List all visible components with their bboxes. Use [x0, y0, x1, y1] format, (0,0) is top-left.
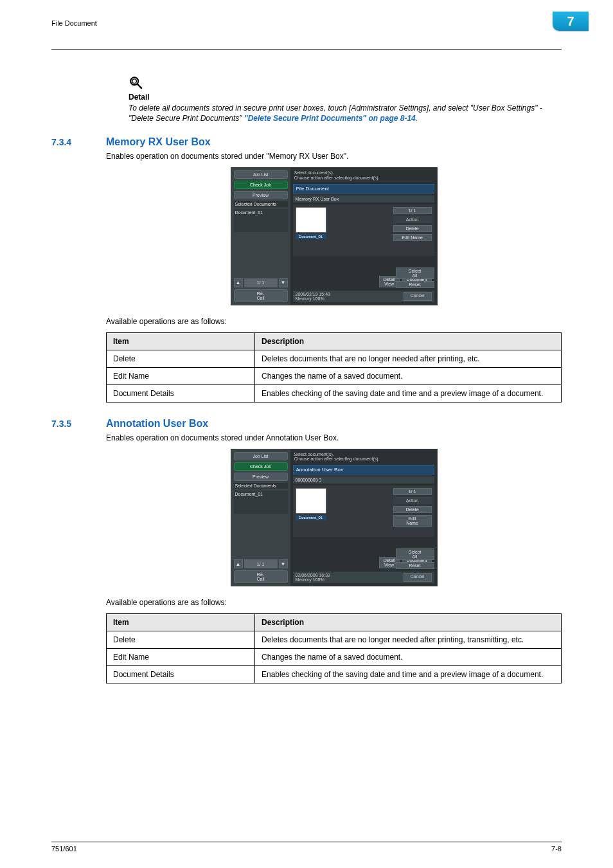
table-header-item: Item: [107, 614, 255, 631]
thumbnail-image: [296, 207, 326, 233]
operations-table: Item Description Delete Deletes document…: [106, 332, 562, 402]
table-header-item: Item: [107, 332, 255, 350]
section-intro: Enables operation on documents stored un…: [106, 433, 562, 442]
pager-page: 1/ 1: [244, 278, 278, 287]
available-ops-text: Available operations are as follows:: [106, 317, 562, 326]
job-list-button[interactable]: Job List: [234, 452, 288, 460]
cell-item: Edit Name: [107, 367, 255, 384]
svg-point-1: [132, 79, 136, 83]
pager-down-icon[interactable]: ▼: [279, 278, 288, 287]
edit-name-button[interactable]: Edit Name: [393, 515, 432, 527]
preview-button[interactable]: Preview: [234, 191, 288, 199]
reset-button[interactable]: Reset: [396, 562, 434, 569]
cancel-button[interactable]: Cancel: [404, 292, 432, 301]
check-job-button[interactable]: Check Job: [234, 181, 288, 189]
table-row: Edit Name Changes the name of a saved do…: [107, 367, 562, 384]
section-title: Memory RX User Box: [106, 136, 211, 148]
cell-description: Deletes documents that are no longer nee…: [255, 350, 562, 367]
svg-line-2: [138, 84, 141, 88]
screenshot-annotation: Job List Check Job Preview Selected Docu…: [231, 449, 438, 586]
cell-item: Document Details: [107, 384, 255, 402]
title-bar: File Document: [293, 184, 434, 194]
check-job-button[interactable]: Check Job: [234, 462, 288, 471]
instruction-text: Select document(s). Choose action after …: [293, 452, 434, 463]
detail-text-suffix: .: [416, 114, 418, 123]
edit-name-button[interactable]: Edit Name: [393, 234, 432, 241]
table-header-description: Description: [255, 614, 562, 631]
footer-rule: [51, 842, 562, 842]
cell-item: Edit Name: [107, 649, 255, 666]
title-bar: Annotation User Box: [293, 465, 434, 475]
cell-description: Changes the name of a saved document.: [255, 649, 562, 666]
cell-description: Enables checking of the saving date and …: [255, 384, 562, 402]
magnifier-icon: [129, 75, 143, 89]
cell-item: Delete: [107, 350, 255, 367]
screenshot-memory-rx: Job List Check Job Preview Selected Docu…: [231, 167, 438, 305]
thumbnail-caption: Document_01: [296, 515, 326, 520]
action-label: Action: [393, 497, 432, 504]
select-all-button[interactable]: Select All: [396, 548, 434, 560]
thumbnail-caption: Document_01: [296, 234, 326, 239]
footer-right: 7-8: [551, 845, 562, 853]
section-number: 7.3.5: [51, 419, 106, 429]
section-number: 7.3.4: [51, 137, 106, 147]
table-row: Document Details Enables checking of the…: [107, 384, 562, 402]
footer-left: 751/601: [51, 845, 77, 853]
cancel-button[interactable]: Cancel: [404, 573, 432, 582]
selected-documents-label: Selected Documents: [234, 201, 288, 207]
right-page-indicator: 1/ 1: [393, 488, 432, 495]
pager-up-icon[interactable]: ▲: [234, 559, 243, 568]
job-list-button[interactable]: Job List: [234, 170, 288, 179]
chapter-flag: 7: [553, 12, 589, 31]
status-datetime: 2008/02/19 15:43 Memory 100%: [296, 292, 331, 301]
detail-heading: Detail: [129, 93, 562, 102]
pager-down-icon[interactable]: ▼: [279, 559, 288, 568]
document-thumbnail[interactable]: Document_01: [296, 207, 326, 253]
available-ops-text: Available operations are as follows:: [106, 598, 562, 607]
pager-page: 1/ 1: [244, 559, 278, 568]
document-thumbnail[interactable]: Document_01: [296, 488, 326, 534]
preview-button[interactable]: Preview: [234, 473, 288, 481]
cell-item: Document Details: [107, 666, 255, 683]
detail-link[interactable]: "Delete Secure Print Documents" on page …: [244, 114, 416, 123]
cell-description: Changes the name of a saved document.: [255, 367, 562, 384]
table-row: Delete Deletes documents that are no lon…: [107, 631, 562, 649]
selected-documents-label: Selected Documents: [234, 483, 288, 489]
recall-button[interactable]: Re- Call: [234, 289, 288, 302]
section-intro: Enables operation on documents stored un…: [106, 152, 562, 161]
delete-button[interactable]: Delete: [393, 506, 432, 513]
detail-text: To delete all documents stored in secure…: [129, 103, 562, 123]
table-row: Document Details Enables checking of the…: [107, 666, 562, 683]
thumbnail-image: [296, 488, 326, 514]
sub-bar: Memory RX User Box: [293, 195, 434, 203]
cell-description: Enables checking of the saving date and …: [255, 666, 562, 683]
left-pager: ▲ 1/ 1 ▼: [234, 559, 288, 568]
select-all-button[interactable]: Select All: [396, 267, 434, 279]
table-row: Delete Deletes documents that are no lon…: [107, 350, 562, 367]
table-header-description: Description: [255, 332, 562, 350]
operations-table: Item Description Delete Deletes document…: [106, 613, 562, 683]
status-datetime: 02/06/2008 16:39 Memory 100%: [296, 573, 331, 582]
sub-bar: 000000003 3: [293, 476, 434, 484]
cell-item: Delete: [107, 631, 255, 649]
selected-document-entry[interactable]: Document_01: [234, 209, 288, 232]
pager-up-icon[interactable]: ▲: [234, 278, 243, 287]
instruction-text: Select document(s). Choose action after …: [293, 170, 434, 181]
right-page-indicator: 1/ 1: [393, 207, 432, 214]
selected-document-entry[interactable]: Document_01: [234, 491, 288, 514]
breadcrumb: File Document: [51, 19, 97, 27]
cell-description: Deletes documents that are no longer nee…: [255, 631, 562, 649]
table-row: Edit Name Changes the name of a saved do…: [107, 649, 562, 666]
action-label: Action: [393, 216, 432, 223]
reset-button[interactable]: Reset: [396, 281, 434, 288]
recall-button[interactable]: Re- Call: [234, 570, 288, 583]
delete-button[interactable]: Delete: [393, 225, 432, 232]
left-pager: ▲ 1/ 1 ▼: [234, 278, 288, 287]
header-rule: [51, 49, 562, 50]
section-title: Annotation User Box: [106, 418, 208, 429]
